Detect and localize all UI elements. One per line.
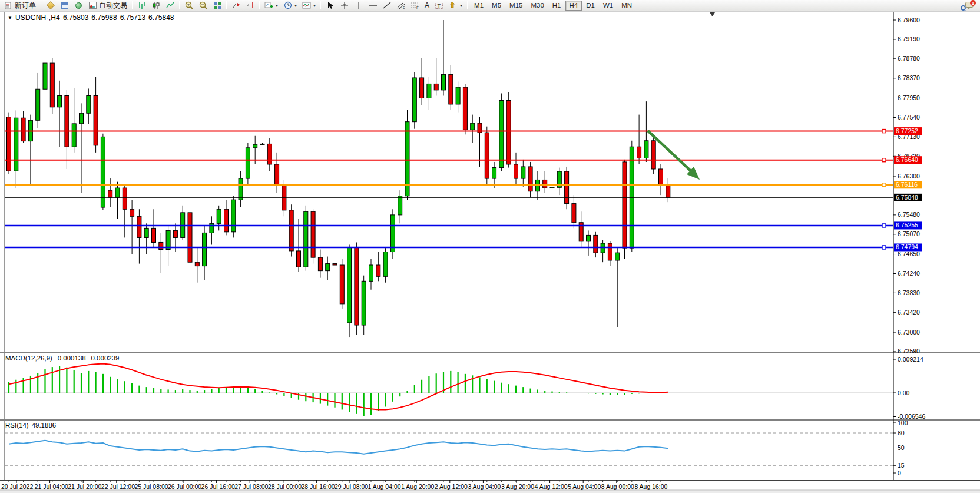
candle-body <box>253 144 257 148</box>
chart-canvas[interactable]: 6.796006.791906.787806.783706.779506.775… <box>0 11 980 493</box>
connection-button[interactable] <box>72 1 85 11</box>
svg-text:80: 80 <box>898 429 905 436</box>
candle-body <box>72 124 76 147</box>
candle-body <box>543 180 547 188</box>
time-axis[interactable]: 20 Jul 202221 Jul 04:0021 Jul 20:0022 Ju… <box>1 480 668 490</box>
chart-high-value: 6.75988 <box>91 14 117 22</box>
label-tool-button[interactable]: T <box>432 1 446 11</box>
auto-trading-label: 自动交易 <box>99 1 127 11</box>
vertical-line-tool-button[interactable] <box>352 1 365 11</box>
connection-icon <box>74 1 83 10</box>
cursor-tool-button[interactable] <box>323 1 337 11</box>
candle-body <box>87 95 91 113</box>
market-watch-button[interactable] <box>44 1 57 11</box>
chat-bubble-tail <box>967 7 971 9</box>
candle-body <box>260 144 264 144</box>
svg-text:6.79600: 6.79600 <box>898 16 920 24</box>
timeframe-w1[interactable]: W1 <box>599 1 617 11</box>
candle-body <box>137 216 141 237</box>
candle-body <box>659 169 663 185</box>
timeframe-d1[interactable]: D1 <box>582 1 599 11</box>
template-icon <box>302 1 311 10</box>
chart-symbol-period: USDCNH-,H4 <box>15 14 60 22</box>
timeframe-m15[interactable]: M15 <box>505 1 527 11</box>
svg-text:2 Aug 12:00: 2 Aug 12:00 <box>435 483 468 490</box>
candle-body <box>21 118 25 141</box>
svg-text:100: 100 <box>898 419 908 426</box>
timeframe-mn[interactable]: MN <box>617 1 636 11</box>
line-handle[interactable] <box>882 183 886 187</box>
candle-body <box>608 243 612 260</box>
crosshair-tool-button[interactable] <box>337 1 351 11</box>
periods-button[interactable]: ▾ <box>281 1 299 11</box>
svg-text:3 Aug 20:00: 3 Aug 20:00 <box>501 483 534 490</box>
line-handle[interactable] <box>882 158 886 162</box>
candle-body <box>412 78 416 122</box>
separator <box>41 1 41 9</box>
fibonacci-icon: F <box>410 1 419 10</box>
timeframe-h4[interactable]: H4 <box>565 1 582 11</box>
candle-body <box>521 167 525 178</box>
candlestick-icon <box>151 1 160 10</box>
clock-icon <box>283 1 292 10</box>
data-window-button[interactable] <box>58 1 71 11</box>
timeframe-m30[interactable]: M30 <box>527 1 548 11</box>
svg-text:6.78780: 6.78780 <box>898 55 920 62</box>
zoom-in-button[interactable] <box>182 1 196 11</box>
candlestick-layer[interactable] <box>7 20 670 337</box>
macd-panel[interactable] <box>5 364 893 416</box>
auto-trading-button[interactable]: 自动交易 <box>86 1 130 11</box>
candlestick-chart-button[interactable] <box>149 1 163 11</box>
svg-text:6.74240: 6.74240 <box>898 270 920 277</box>
candle-body <box>535 180 539 191</box>
arrows-tool-button[interactable]: ▾ <box>446 1 465 11</box>
timeframe-m1[interactable]: M1 <box>470 1 488 11</box>
line-handle[interactable] <box>882 130 886 133</box>
new-order-button[interactable]: 新订单 <box>2 1 38 11</box>
svg-text:6.78370: 6.78370 <box>898 74 920 81</box>
fibonacci-tool-button[interactable]: F <box>408 1 422 11</box>
candle-body <box>492 168 496 178</box>
templates-button[interactable]: ▾ <box>300 1 318 11</box>
rsi-panel[interactable] <box>5 433 893 465</box>
svg-text:6.75480: 6.75480 <box>898 211 920 218</box>
svg-text:6.73830: 6.73830 <box>898 289 920 296</box>
candle-body <box>122 188 127 209</box>
bar-chart-button[interactable] <box>135 1 148 11</box>
candle-body <box>231 200 236 232</box>
svg-text:8 Aug 00:00: 8 Aug 00:00 <box>601 483 634 490</box>
line-handle[interactable] <box>882 224 886 227</box>
candle-body <box>297 251 301 267</box>
notifications-icon[interactable]: 1 <box>965 1 975 9</box>
svg-text:6.76640: 6.76640 <box>896 156 918 163</box>
text-tool-button[interactable]: A <box>422 1 432 11</box>
candle-body <box>311 211 315 257</box>
chart-low-value: 6.75713 <box>120 14 145 22</box>
candle-body <box>144 228 148 237</box>
svg-text:6.79190: 6.79190 <box>898 35 920 42</box>
channel-tool-button[interactable]: E <box>394 1 408 11</box>
add-indicator-button[interactable]: ▾ <box>262 1 280 11</box>
trendline-tool-button[interactable] <box>380 1 393 11</box>
candle-body <box>355 247 359 325</box>
chart-shift-button[interactable] <box>229 1 243 11</box>
candle-body <box>101 137 105 207</box>
candle-body <box>94 95 98 145</box>
candle-body <box>224 209 229 232</box>
dropdown-caret: ▾ <box>294 3 297 8</box>
horizontal-line-tool-button[interactable] <box>366 1 379 11</box>
chart-shift-marker-icon[interactable] <box>710 12 715 16</box>
line-handle[interactable] <box>882 246 886 249</box>
tile-windows-button[interactable] <box>210 1 224 11</box>
timeframe-m5[interactable]: M5 <box>488 1 505 11</box>
zoom-out-button[interactable] <box>196 1 210 11</box>
line-chart-button[interactable] <box>163 1 177 11</box>
chart-dropdown-icon[interactable]: ▼ <box>8 15 12 21</box>
arrows-icon <box>449 1 458 10</box>
svg-text:1 Aug 04:00: 1 Aug 04:00 <box>368 483 401 490</box>
rsi-label: RSI(14) 49.1886 <box>5 422 56 429</box>
timeframe-h1[interactable]: H1 <box>548 1 565 11</box>
candle-body <box>499 101 504 168</box>
candle-body <box>434 84 438 90</box>
auto-scroll-button[interactable] <box>243 1 257 11</box>
